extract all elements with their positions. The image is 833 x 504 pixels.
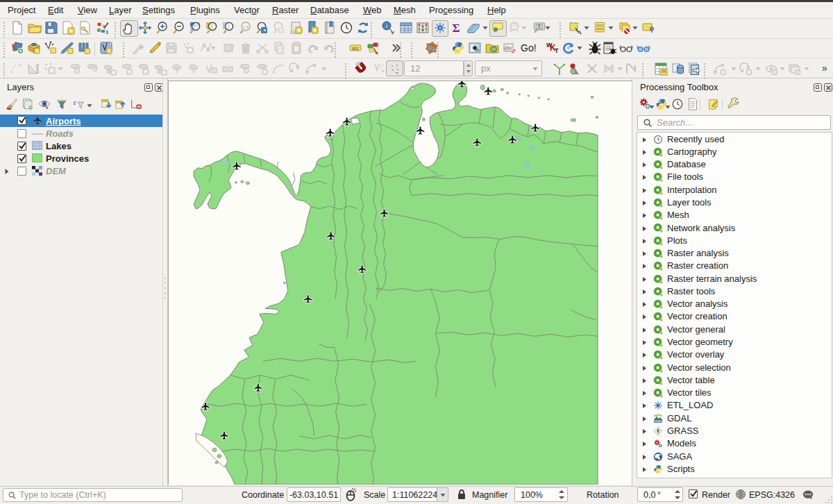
- svg-text:3: 3: [106, 30, 108, 35]
- svg-text:T: T: [538, 24, 541, 29]
- svg-text:1:1: 1:1: [243, 25, 249, 29]
- svg-text:Σ: Σ: [452, 22, 460, 35]
- svg-text:T: T: [555, 47, 559, 54]
- svg-text:ε: ε: [74, 99, 76, 106]
- svg-text:abc: abc: [352, 46, 360, 51]
- svg-text:GDAL: GDAL: [654, 419, 662, 423]
